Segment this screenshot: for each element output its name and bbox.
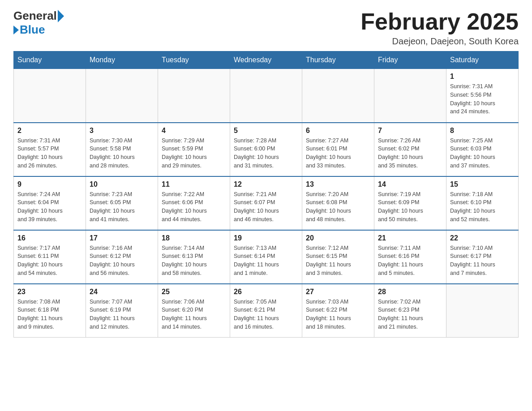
table-row: 3Sunrise: 7:30 AMSunset: 5:58 PMDaylight… bbox=[86, 123, 158, 176]
day-info: Sunrise: 7:21 AMSunset: 6:07 PMDaylight:… bbox=[234, 190, 298, 224]
col-sunday: Sunday bbox=[14, 51, 86, 69]
day-info: Sunrise: 7:11 AMSunset: 6:16 PMDaylight:… bbox=[378, 244, 442, 278]
table-row: 28Sunrise: 7:02 AMSunset: 6:23 PMDayligh… bbox=[374, 284, 446, 338]
day-number: 16 bbox=[17, 234, 82, 242]
table-row: 5Sunrise: 7:28 AMSunset: 6:00 PMDaylight… bbox=[230, 123, 302, 176]
day-info: Sunrise: 7:31 AMSunset: 5:57 PMDaylight:… bbox=[17, 137, 82, 170]
day-number: 26 bbox=[234, 288, 298, 296]
table-row: 4Sunrise: 7:29 AMSunset: 5:59 PMDaylight… bbox=[158, 123, 230, 176]
day-info: Sunrise: 7:31 AMSunset: 5:56 PMDaylight:… bbox=[450, 82, 515, 116]
logo-arrow-small-icon bbox=[13, 26, 19, 34]
table-row: 11Sunrise: 7:22 AMSunset: 6:06 PMDayligh… bbox=[158, 176, 230, 230]
col-saturday: Saturday bbox=[446, 51, 519, 69]
table-row: 17Sunrise: 7:16 AMSunset: 6:12 PMDayligh… bbox=[86, 230, 158, 284]
day-number: 18 bbox=[162, 234, 226, 242]
day-info: Sunrise: 7:13 AMSunset: 6:14 PMDaylight:… bbox=[234, 244, 298, 278]
day-number: 24 bbox=[90, 288, 154, 296]
table-row: 2Sunrise: 7:31 AMSunset: 5:57 PMDaylight… bbox=[14, 123, 86, 176]
day-info: Sunrise: 7:03 AMSunset: 6:22 PMDaylight:… bbox=[306, 298, 370, 331]
day-number: 3 bbox=[90, 127, 154, 135]
day-number: 20 bbox=[306, 234, 370, 242]
table-row: 16Sunrise: 7:17 AMSunset: 6:11 PMDayligh… bbox=[14, 230, 86, 284]
logo-blue-text: Blue bbox=[20, 23, 45, 37]
calendar-week-row: 16Sunrise: 7:17 AMSunset: 6:11 PMDayligh… bbox=[14, 230, 519, 284]
day-info: Sunrise: 7:23 AMSunset: 6:05 PMDaylight:… bbox=[90, 190, 154, 224]
table-row: 6Sunrise: 7:27 AMSunset: 6:01 PMDaylight… bbox=[302, 123, 374, 176]
day-info: Sunrise: 7:05 AMSunset: 6:21 PMDaylight:… bbox=[234, 298, 298, 331]
day-number: 5 bbox=[234, 127, 298, 135]
table-row: 8Sunrise: 7:25 AMSunset: 6:03 PMDaylight… bbox=[446, 123, 519, 176]
day-number: 1 bbox=[450, 73, 515, 81]
day-info: Sunrise: 7:24 AMSunset: 6:04 PMDaylight:… bbox=[17, 190, 82, 224]
day-info: Sunrise: 7:25 AMSunset: 6:03 PMDaylight:… bbox=[450, 137, 515, 170]
table-row: 20Sunrise: 7:12 AMSunset: 6:15 PMDayligh… bbox=[302, 230, 374, 284]
day-number: 12 bbox=[234, 180, 298, 188]
table-row: 22Sunrise: 7:10 AMSunset: 6:17 PMDayligh… bbox=[446, 230, 519, 284]
table-row: 19Sunrise: 7:13 AMSunset: 6:14 PMDayligh… bbox=[230, 230, 302, 284]
day-number: 21 bbox=[378, 234, 442, 242]
day-info: Sunrise: 7:17 AMSunset: 6:11 PMDaylight:… bbox=[17, 244, 82, 278]
day-number: 19 bbox=[234, 234, 298, 242]
table-row: 15Sunrise: 7:18 AMSunset: 6:10 PMDayligh… bbox=[446, 176, 519, 230]
table-row: 9Sunrise: 7:24 AMSunset: 6:04 PMDaylight… bbox=[14, 176, 86, 230]
table-row: 21Sunrise: 7:11 AMSunset: 6:16 PMDayligh… bbox=[374, 230, 446, 284]
col-thursday: Thursday bbox=[302, 51, 374, 69]
day-number: 28 bbox=[378, 288, 442, 296]
table-row: 18Sunrise: 7:14 AMSunset: 6:13 PMDayligh… bbox=[158, 230, 230, 284]
calendar-header-row: Sunday Monday Tuesday Wednesday Thursday… bbox=[14, 51, 519, 69]
day-info: Sunrise: 7:30 AMSunset: 5:58 PMDaylight:… bbox=[90, 137, 154, 170]
table-row bbox=[302, 69, 374, 123]
table-row bbox=[158, 69, 230, 123]
day-info: Sunrise: 7:02 AMSunset: 6:23 PMDaylight:… bbox=[378, 298, 442, 331]
day-number: 4 bbox=[162, 127, 226, 135]
day-info: Sunrise: 7:06 AMSunset: 6:20 PMDaylight:… bbox=[162, 298, 226, 331]
calendar-week-row: 1Sunrise: 7:31 AMSunset: 5:56 PMDaylight… bbox=[14, 69, 519, 123]
calendar-table: Sunday Monday Tuesday Wednesday Thursday… bbox=[13, 51, 519, 338]
table-row: 25Sunrise: 7:06 AMSunset: 6:20 PMDayligh… bbox=[158, 284, 230, 338]
day-info: Sunrise: 7:14 AMSunset: 6:13 PMDaylight:… bbox=[162, 244, 226, 278]
day-info: Sunrise: 7:08 AMSunset: 6:18 PMDaylight:… bbox=[17, 298, 82, 331]
day-number: 14 bbox=[378, 180, 442, 188]
col-monday: Monday bbox=[86, 51, 158, 69]
day-number: 7 bbox=[378, 127, 442, 135]
day-info: Sunrise: 7:29 AMSunset: 5:59 PMDaylight:… bbox=[162, 137, 226, 170]
day-number: 2 bbox=[17, 127, 82, 135]
day-number: 13 bbox=[306, 180, 370, 188]
table-row: 24Sunrise: 7:07 AMSunset: 6:19 PMDayligh… bbox=[86, 284, 158, 338]
day-number: 11 bbox=[162, 180, 226, 188]
location-text: Daejeon, Daejeon, South Korea bbox=[360, 36, 519, 47]
table-row: 13Sunrise: 7:20 AMSunset: 6:08 PMDayligh… bbox=[302, 176, 374, 230]
table-row: 27Sunrise: 7:03 AMSunset: 6:22 PMDayligh… bbox=[302, 284, 374, 338]
day-info: Sunrise: 7:26 AMSunset: 6:02 PMDaylight:… bbox=[378, 137, 442, 170]
table-row bbox=[374, 69, 446, 123]
day-info: Sunrise: 7:10 AMSunset: 6:17 PMDaylight:… bbox=[450, 244, 515, 278]
table-row bbox=[14, 69, 86, 123]
calendar-week-row: 2Sunrise: 7:31 AMSunset: 5:57 PMDaylight… bbox=[14, 123, 519, 176]
day-number: 10 bbox=[90, 180, 154, 188]
calendar-week-row: 23Sunrise: 7:08 AMSunset: 6:18 PMDayligh… bbox=[14, 284, 519, 338]
table-row bbox=[446, 284, 519, 338]
day-info: Sunrise: 7:28 AMSunset: 6:00 PMDaylight:… bbox=[234, 137, 298, 170]
title-block: February 2025 Daejeon, Daejeon, South Ko… bbox=[360, 9, 519, 47]
table-row: 14Sunrise: 7:19 AMSunset: 6:09 PMDayligh… bbox=[374, 176, 446, 230]
page-header: General Blue February 2025 Daejeon, Daej… bbox=[13, 9, 519, 47]
col-tuesday: Tuesday bbox=[158, 51, 230, 69]
col-wednesday: Wednesday bbox=[230, 51, 302, 69]
day-number: 8 bbox=[450, 127, 515, 135]
day-info: Sunrise: 7:18 AMSunset: 6:10 PMDaylight:… bbox=[450, 190, 515, 224]
logo-general-text: General bbox=[13, 9, 57, 23]
table-row: 12Sunrise: 7:21 AMSunset: 6:07 PMDayligh… bbox=[230, 176, 302, 230]
day-number: 22 bbox=[450, 234, 515, 242]
logo: General Blue bbox=[13, 9, 65, 37]
day-number: 6 bbox=[306, 127, 370, 135]
day-number: 27 bbox=[306, 288, 370, 296]
month-title: February 2025 bbox=[360, 9, 519, 34]
day-number: 9 bbox=[17, 180, 82, 188]
col-friday: Friday bbox=[374, 51, 446, 69]
day-number: 15 bbox=[450, 180, 515, 188]
day-number: 17 bbox=[90, 234, 154, 242]
table-row bbox=[86, 69, 158, 123]
day-info: Sunrise: 7:12 AMSunset: 6:15 PMDaylight:… bbox=[306, 244, 370, 278]
table-row bbox=[230, 69, 302, 123]
day-info: Sunrise: 7:22 AMSunset: 6:06 PMDaylight:… bbox=[162, 190, 226, 224]
